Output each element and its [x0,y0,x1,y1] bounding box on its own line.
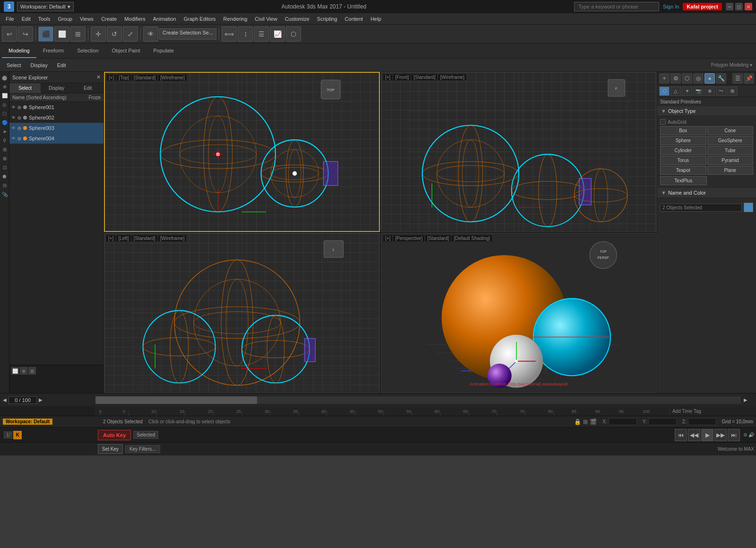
menu-animation[interactable]: Animation [149,13,180,24]
vp-persp-standard[interactable]: [Standard] [425,235,451,241]
vp-left-view[interactable]: [Left] [116,235,130,241]
rotate-button[interactable]: ↺ [107,26,122,42]
menu-content[interactable]: Content [341,13,367,24]
move-button[interactable]: ✛ [91,26,106,42]
tab-modeling[interactable]: Modeling [2,43,36,58]
subtoolbar-edit[interactable]: Edit [54,61,69,69]
align-button[interactable]: ⫶ [238,26,253,42]
subtoolbar-select[interactable]: Select [4,61,24,69]
menu-file[interactable]: File [2,13,18,24]
cameras-tab[interactable]: 📷 [693,86,704,96]
tab-object-paint[interactable]: Object Paint [105,43,147,58]
geosphere-button[interactable]: GeoSphere [707,136,754,145]
menu-tools[interactable]: Tools [34,13,54,24]
menu-create[interactable]: Create [97,13,120,24]
teapot-button[interactable]: Teapot [660,166,706,175]
spacewarps-tab[interactable]: 〜 [716,86,726,96]
workspace-dropdown[interactable]: Workspace: Default ▾ [17,2,74,11]
mirror-button[interactable]: ⟺ [222,26,237,42]
systems-tab[interactable]: ⊞ [727,86,738,96]
left-icon-4[interactable]: ◎ [1,101,9,108]
shapes-tab[interactable]: △ [670,86,681,96]
vp-persp-shading[interactable]: [Default Shading] [452,235,492,241]
vp-persp-view[interactable]: [Perspective] [393,235,424,241]
left-icon-5[interactable]: ⬡ [1,110,9,117]
prev-frame-button[interactable]: ◀◀ [688,429,700,441]
panel-options-button[interactable]: ☰ [732,73,743,84]
name-color-header[interactable]: ▼ Name and Color [657,188,756,198]
frame-step-input[interactable]: 1/ [4,431,12,438]
menu-help[interactable]: Help [367,13,385,24]
layer-button[interactable]: ☰ [254,26,269,42]
cylinder-button[interactable]: Cylinder [660,146,706,155]
menu-modifiers[interactable]: Modifiers [120,13,149,24]
select-filter-button[interactable]: ⊞ [70,26,86,42]
geometry-tab[interactable]: ⬡ [659,86,670,96]
create-panel-button[interactable]: + [659,73,670,84]
schematic-button[interactable]: ⬡ [286,26,301,42]
vp-left-plus[interactable]: [+] [106,235,115,241]
scene-object-sphere002[interactable]: 👁 ◎ Sphere002 [9,112,103,123]
object-color-swatch[interactable] [744,203,753,212]
menu-views[interactable]: Views [76,13,97,24]
scene-tab-select[interactable]: Select [9,83,41,93]
scene-explorer-close[interactable]: ✕ [96,74,101,80]
utilities-panel-button[interactable]: 🔧 [716,73,726,84]
modify-panel-button[interactable]: ⚙ [670,73,681,84]
left-icon-13[interactable]: ⊟ [1,181,9,189]
scene-object-sphere001[interactable]: 👁 ◎ Sphere001 [9,102,103,112]
vp-top-view[interactable]: [Top] [117,75,131,81]
lights-tab[interactable]: ☀ [682,86,692,96]
scene-object-sphere004[interactable]: 👁 ◎ Sphere004 [9,133,103,144]
add-time-tag-button[interactable]: Add Time Tag [669,406,756,416]
scene-icon-3[interactable]: ⊞ [28,367,36,375]
scene-icon-1[interactable]: ⬜ [11,367,19,375]
selected-label[interactable]: Selected [133,431,158,439]
scene-icon-2[interactable]: ⊕ [20,367,27,375]
undo-button[interactable]: ↩ [2,26,17,42]
maximize-button[interactable]: □ [735,3,743,10]
left-icon-6[interactable]: 🔵 [1,119,9,126]
select-region-button[interactable]: ⬜ [54,26,69,42]
key-indicator[interactable]: K [13,431,22,439]
play-button[interactable]: ▶ [701,429,713,441]
scale-button[interactable]: ⤢ [123,26,138,42]
z-input[interactable] [688,418,716,425]
vp-front-plus[interactable]: [+] [383,74,392,80]
menu-rendering[interactable]: Rendering [220,13,251,24]
view-button[interactable]: 👁 [143,26,158,42]
left-icon-8[interactable]: ⚲ [1,137,9,144]
left-icon-9[interactable]: ⊞ [1,146,9,153]
snap-button[interactable]: ⊞ [583,419,588,425]
left-icon-3[interactable]: ⬜ [1,92,9,99]
left-icon-11[interactable]: ⊡ [1,163,9,171]
set-key-button[interactable]: Set Key [98,444,123,454]
menu-edit[interactable]: Edit [18,13,34,24]
cone-button[interactable]: Cone [707,126,754,135]
panel-pin-button[interactable]: 📌 [744,73,754,84]
vp-front-wireframe[interactable]: [Wireframe] [438,74,466,80]
left-icon-14[interactable]: 📎 [1,190,9,198]
vp-front-standard[interactable]: [Standard] [412,74,437,80]
menu-civil-view[interactable]: Civil View [251,13,281,24]
signin-button[interactable]: Sign In [663,4,679,9]
menu-customize[interactable]: Customize [281,13,313,24]
create-selection-dropdown[interactable]: Create Selection Se... [159,28,216,40]
tube-button[interactable]: Tube [707,146,754,155]
left-icon-1[interactable]: ⬤ [1,74,9,81]
viewport-left[interactable]: [+] [Left] [Standard] [Wireframe] [104,233,380,393]
y-input[interactable] [648,418,677,425]
go-to-start-button[interactable]: ⏮ [675,429,687,441]
close-button[interactable]: ✕ [745,3,752,10]
tab-selection[interactable]: Selection [70,43,105,58]
hierarchy-panel-button[interactable]: ⬡ [682,73,692,84]
redo-button[interactable]: ↪ [18,26,33,42]
minimize-button[interactable]: ─ [726,3,733,10]
scene-object-sphere003[interactable]: 👁 ◎ Sphere003 [9,123,103,133]
left-icon-2[interactable]: ⊕ [1,83,9,90]
object-type-header[interactable]: ▼ Object Type [657,106,756,116]
textplus-button[interactable]: TextPlus [660,176,707,185]
menu-scripting[interactable]: Scripting [313,13,341,24]
timeline-next-button[interactable]: ▶ [39,397,43,402]
vp-top-wireframe[interactable]: [Wireframe] [158,75,187,81]
